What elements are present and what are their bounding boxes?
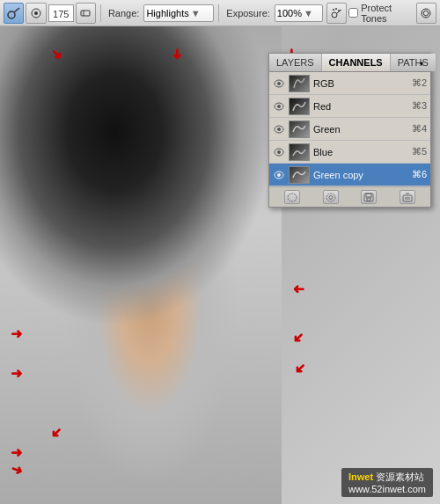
watermark: Inwet 资源素材站 www.52inwet.com — [341, 468, 433, 497]
protect-tones-label: Protect Tones — [361, 3, 412, 24]
exposure-label: Exposure: — [226, 8, 270, 18]
svg-point-15 — [277, 105, 281, 108]
watermark-url: www.52inwet.com — [348, 484, 426, 494]
protect-tones-option[interactable]: Protect Tones — [348, 3, 412, 24]
arrow-right-2: ➜ — [289, 328, 309, 348]
toolbar: 175 Range: Highlights ▼ Exposure: 100% ▼ — [0, 0, 440, 26]
exposure-dropdown-arrow: ▼ — [304, 8, 320, 18]
channel-shortcut-red: ⌘3 — [412, 100, 427, 112]
brush-size-icon[interactable] — [26, 3, 46, 24]
channel-thumb-blue — [289, 143, 310, 161]
channel-list: RGB ⌘2 Red ⌘3 — [269, 72, 430, 186]
tab-channels[interactable]: CHANNELS — [322, 54, 391, 71]
last-tool-icon[interactable] — [416, 3, 436, 24]
brush-size-value[interactable]: 175 — [48, 4, 74, 22]
channel-row-blue[interactable]: Blue ⌘5 — [269, 141, 430, 164]
range-label: Range: — [108, 8, 139, 18]
arrow-right-1: ➜ — [293, 281, 304, 298]
channel-visibility-red[interactable] — [273, 100, 285, 113]
svg-line-1 — [14, 8, 19, 12]
channel-name-green: Green — [313, 124, 408, 135]
channel-row-red[interactable]: Red ⌘3 — [269, 95, 430, 118]
panel-menu-button[interactable]: ▾ — [414, 56, 429, 70]
panel-tabs: LAYERS CHANNELS PATHS ▾ — [269, 54, 430, 72]
range-dropdown[interactable]: Highlights ▼ — [143, 4, 214, 22]
watermark-brand: Inwet — [348, 471, 373, 482]
channel-thumb-red — [289, 98, 310, 115]
channel-visibility-rgb[interactable] — [273, 77, 285, 90]
tab-paths[interactable]: PATHS — [391, 54, 436, 71]
channel-row-green[interactable]: Green ⌘4 — [269, 118, 430, 141]
svg-point-3 — [34, 11, 38, 15]
svg-point-19 — [277, 150, 281, 154]
channel-row-rgb[interactable]: RGB ⌘2 — [269, 72, 430, 95]
range-dropdown-arrow: ▼ — [191, 8, 212, 18]
svg-point-23 — [326, 194, 335, 201]
svg-point-8 — [333, 9, 334, 11]
svg-rect-4 — [81, 11, 90, 16]
dodge-tool-button[interactable] — [4, 3, 24, 24]
panel-bottom-bar — [269, 186, 430, 207]
channel-visibility-green[interactable] — [273, 123, 285, 135]
svg-point-24 — [329, 195, 333, 199]
channel-shortcut-blue: ⌘5 — [412, 146, 427, 157]
arrow-right-3: ➜ — [290, 359, 311, 379]
tool-options-icon[interactable] — [76, 3, 96, 24]
svg-point-10 — [338, 10, 340, 11]
channel-name-red: Red — [313, 101, 408, 112]
watermark-suffix: 资源素材站 — [376, 471, 424, 482]
channel-name-blue: Blue — [313, 147, 408, 157]
spray-icon[interactable] — [326, 3, 347, 24]
exposure-value: 100% — [277, 8, 302, 18]
svg-point-0 — [8, 11, 15, 18]
protect-tones-checkbox[interactable] — [348, 8, 358, 18]
tab-layers[interactable]: LAYERS — [269, 54, 322, 71]
channel-visibility-blue[interactable] — [273, 146, 285, 158]
channels-panel: LAYERS CHANNELS PATHS ▾ RGB ⌘2 — [268, 53, 431, 208]
channel-row-green-copy[interactable]: Green copy ⌘6 — [269, 164, 430, 186]
delete-channel-button[interactable] — [400, 190, 415, 204]
channel-name-green-copy: Green copy — [313, 170, 408, 180]
svg-point-22 — [288, 194, 297, 201]
svg-point-9 — [335, 8, 337, 10]
svg-point-17 — [277, 128, 281, 131]
exposure-dropdown[interactable]: 100% ▼ — [275, 4, 323, 22]
svg-point-6 — [332, 12, 337, 18]
svg-point-21 — [277, 173, 281, 177]
photo-background — [0, 26, 282, 504]
save-channel-button[interactable] — [361, 190, 377, 204]
channel-visibility-green-copy[interactable] — [273, 169, 285, 181]
channel-thumb-green — [289, 121, 310, 138]
svg-point-13 — [277, 82, 281, 85]
channel-name-rgb: RGB — [313, 78, 408, 89]
svg-rect-26 — [366, 194, 371, 197]
range-value: Highlights — [146, 8, 188, 18]
channel-shortcut-rgb: ⌘2 — [412, 77, 427, 89]
separator2 — [218, 4, 219, 22]
channel-shortcut-green-copy: ⌘6 — [412, 169, 427, 180]
channel-shortcut-green: ⌘4 — [412, 123, 427, 135]
svg-rect-27 — [367, 198, 370, 201]
canvas-area: 175 Range: Highlights ▼ Exposure: 100% ▼ — [0, 0, 440, 504]
channel-thumb-rgb — [289, 75, 310, 92]
channel-to-selection-button[interactable] — [284, 190, 300, 204]
selection-as-channel-button[interactable] — [323, 190, 339, 204]
separator — [100, 4, 101, 22]
channel-thumb-green-copy — [289, 166, 310, 184]
